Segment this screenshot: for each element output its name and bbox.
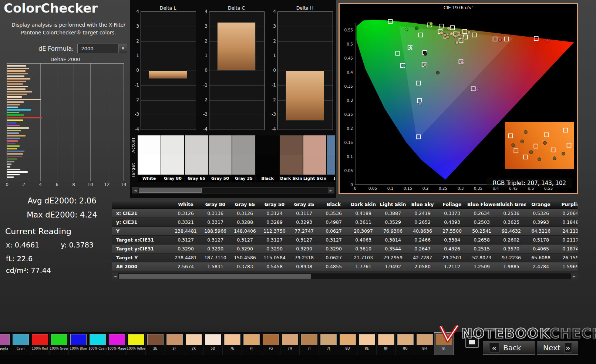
patch-color-chip [128,334,144,345]
measurement-table: WhiteGray 80Gray 65Gray 50Gray 35BlackDa… [112,200,578,271]
patch-tab-7i[interactable]: 7I [300,333,319,355]
back-button-label: Back [503,343,521,352]
swatch-scrollbar-thumb[interactable] [139,188,202,193]
page-title: ColorChecker [4,1,98,16]
app-description-line2: Pantone ColorChecker® target colors. [7,29,130,37]
svg-text:0.1: 0.1 [347,154,353,159]
patch-tab-100-magenta[interactable]: 100% Magenta [107,333,127,355]
back-chevrons-icon: « [489,343,499,353]
patch-color-chip [320,334,337,345]
patch-tab-2k[interactable]: 2K [184,333,203,355]
deltae-bar [7,73,28,74]
svg-text:0.3: 0.3 [347,98,353,102]
patch-tabs: MagentaCyan100% Red100% Green100% Blue10… [0,333,454,355]
table-scrollbar-thumb[interactable] [119,274,311,279]
deltae-bar [7,125,20,126]
deltae-bar [7,161,14,162]
svg-text:0.15: 0.15 [404,186,412,191]
table-scrollbar-track [118,273,571,279]
patch-tab-7f[interactable]: 7F [242,333,261,355]
svg-text:0.05: 0.05 [368,186,377,191]
patch-tab-label: 100% Green [50,347,68,350]
patch-color-chip [359,334,375,345]
patch-tab-8f[interactable]: 8F [377,333,396,355]
delta-l-chart: Delta L 43210-1-2-3-4 [130,0,199,134]
scroll-left-icon[interactable]: ◄ [112,273,118,279]
patch-tab-100-green[interactable]: 100% Green [50,333,69,355]
patch-color-chip [51,334,67,345]
current-luminance: cd/m²: 77.44 [6,266,51,274]
patch-tab-7g[interactable]: 7G [261,333,280,355]
scroll-right-icon[interactable]: ► [328,188,334,193]
next-button[interactable]: Next » [537,341,578,355]
display-icon-button[interactable] [465,336,479,348]
patch-tab-cyan[interactable]: Cyan [11,333,30,355]
patch-tab-7e[interactable]: 7E [223,333,242,355]
patch-tab-8e[interactable]: 8E [357,333,377,355]
patch-tab-label: 7G [269,347,273,350]
patch-tab-100-red[interactable]: 100% Red [30,333,50,355]
svg-text:0.35: 0.35 [344,84,353,88]
deltae-bar [7,101,24,103]
table-row: Target Y238.4481187.7110150.4586115.0584… [112,253,578,262]
patch-tab-magenta[interactable]: Magenta [0,333,11,355]
patch-tab-label: 100% Yellow [127,347,145,350]
deltae-chart-title: DeltaE 2000 [7,57,124,62]
patch-tab-8h[interactable]: 8H [415,333,434,355]
patch-color-chip [32,334,48,345]
cie-diagram-panel: 00.050.10.150.20.250.30.350.40.450.50.55… [339,3,578,194]
delta-c-plot [209,11,265,130]
patch-tab-8d[interactable]: 8D [338,333,357,355]
table-row: Target x:CIE310.31270.31270.31270.31270.… [112,236,578,245]
de-formula-select[interactable]: 2000 ▼ [77,44,127,53]
scroll-left-icon[interactable]: ◄ [132,188,138,193]
patch-tab-2e[interactable]: 2E [146,333,165,355]
deltae-bar [7,109,31,111]
svg-text:0.55: 0.55 [344,28,353,32]
patch-color-chip [0,334,10,345]
patch-tab-7j[interactable]: 7J [319,333,338,355]
patch-color-chip [243,334,260,345]
patch-tab-8g[interactable]: 8G [396,333,415,355]
patch-tab-label: 7J [327,347,330,350]
deltae-bar [7,68,29,69]
patch-color-chip [436,334,452,345]
back-button[interactable]: « Back [483,341,535,355]
deltae-bar [7,119,23,121]
patch-tab-100-yellow[interactable]: 100% Yellow [127,333,146,355]
patch-tab-label: 100% Blue [70,347,87,350]
delta-l-title: Delta L [141,5,195,11]
patch-color-chip [378,334,394,345]
deltae-bar [7,91,32,92]
patch-tab-100-blue[interactable]: 100% Blue [69,333,88,355]
patch-tab-5d[interactable]: 5D [203,333,223,355]
patch-tab-7h[interactable]: 7H [280,333,300,355]
actual-axis-label: Actual [131,138,136,152]
colorchecker-app: ColorChecker Display analysis is perform… [0,0,596,364]
table-row: Target y:CIE310.32900.32900.32900.32900.… [112,245,578,253]
deltae-bar [7,99,41,100]
patch-tab-label: 8H [422,347,427,350]
patch-tab-label: 2K [192,347,196,350]
scroll-right-icon[interactable]: ► [571,273,577,279]
table-row: ΔE 20002.56741.58310.37830.54580.89380.4… [112,262,578,271]
patch-tab-label: 7F [249,347,253,350]
patch-tab-label: 100% Magenta [108,347,126,350]
svg-text:0: 0 [350,182,353,187]
patch-tab-8i[interactable]: 8I [434,333,454,355]
patch-color-chip [282,334,298,345]
patch-tab-100-cyan[interactable]: 100% Cyan [88,333,107,355]
svg-text:0.1: 0.1 [387,186,394,191]
deltae-bar [7,94,27,95]
delta-panels: Delta L 43210-1-2-3-4 Delta C 43210-1-2-… [130,0,336,198]
deltae-bar [7,114,24,116]
patch-tab-2f[interactable]: 2F [165,333,184,355]
deltae-bar [7,107,18,108]
patch-color-chip [340,334,356,345]
deltae-bar [7,151,24,152]
delta-h-plot [277,11,333,130]
patch-tab-label: Cyan [17,347,25,350]
chevron-down-icon: ▼ [118,44,127,53]
deltae-bar [7,174,20,175]
current-fl: fL: 22.6 [6,255,33,263]
